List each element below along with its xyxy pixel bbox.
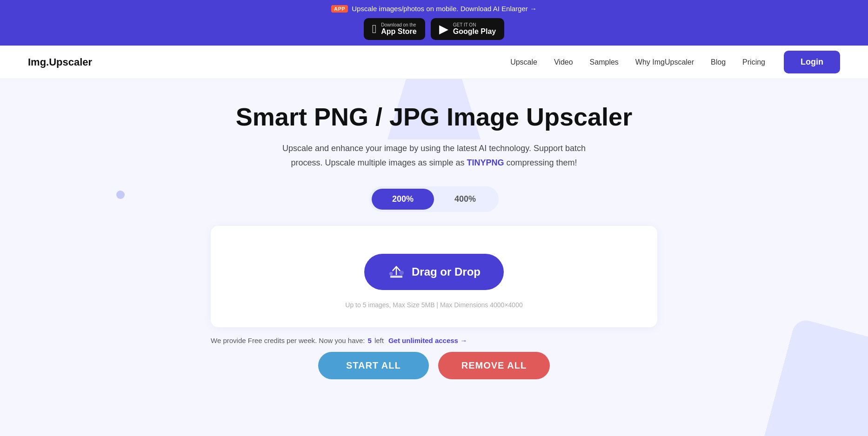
site-logo[interactable]: Img.Upscaler <box>28 56 92 68</box>
appstore-button[interactable]:  Download on the App Store <box>364 18 425 40</box>
svg-point-3 <box>400 271 404 275</box>
nav-pricing[interactable]: Pricing <box>742 58 765 66</box>
hero-section: Smart PNG / JPG Image Upscaler Upscale a… <box>0 79 868 393</box>
drag-drop-button[interactable]: Drag or Drop <box>364 254 504 290</box>
credits-count: 5 <box>368 337 372 344</box>
scale-400-button[interactable]: 400% <box>434 189 496 210</box>
drag-drop-label: Drag or Drop <box>412 265 481 278</box>
subtitle-text-2: compressing them! <box>504 158 577 167</box>
store-buttons:  Download on the App Store ▶ GET IT ON … <box>364 18 504 40</box>
upload-container: Drag or Drop Up to 5 images, Max Size 5M… <box>211 226 657 327</box>
googleplay-sub: GET IT ON <box>453 22 476 27</box>
googleplay-btn-inner: GET IT ON Google Play <box>453 22 496 36</box>
appstore-btn-inner: Download on the App Store <box>381 22 416 36</box>
credits-suffix: left <box>374 337 384 344</box>
remove-all-button[interactable]: REMOVE ALL <box>438 352 550 379</box>
googleplay-button[interactable]: ▶ GET IT ON Google Play <box>431 18 504 40</box>
banner-text: APP Upscale images/photos on mobile. Dow… <box>331 5 537 13</box>
hero-title: Smart PNG / JPG Image Upscaler <box>236 102 632 131</box>
unlimited-access-link[interactable]: Get unlimited access → <box>388 337 467 344</box>
banner-message: Upscale images/photos on mobile. Downloa… <box>352 5 537 13</box>
login-button[interactable]: Login <box>784 51 840 73</box>
upload-hint: Up to 5 images, Max Size 5MB | Max Dimen… <box>345 301 522 309</box>
svg-point-2 <box>389 272 393 276</box>
nav-video[interactable]: Video <box>554 58 573 66</box>
nav-upscale[interactable]: Upscale <box>510 58 537 66</box>
google-play-icon: ▶ <box>439 22 448 36</box>
upload-icon <box>387 263 405 281</box>
nav-samples[interactable]: Samples <box>590 58 619 66</box>
scale-200-button[interactable]: 200% <box>372 189 434 210</box>
hero-dot <box>116 191 125 199</box>
scale-toggle: 200% 400% <box>369 186 499 212</box>
tinypng-link[interactable]: TINYPNG <box>467 158 504 167</box>
nav-blog[interactable]: Blog <box>711 58 726 66</box>
top-banner: APP Upscale images/photos on mobile. Dow… <box>0 0 868 46</box>
credits-bar: We provide Free credits per week. Now yo… <box>211 337 657 344</box>
nav-why[interactable]: Why ImgUpscaler <box>635 58 694 66</box>
appstore-main: App Store <box>381 27 416 36</box>
hero-subtitle: Upscale and enhance your image by using … <box>276 141 592 170</box>
bottom-buttons: START ALL REMOVE ALL <box>318 352 550 379</box>
app-badge: APP <box>331 5 348 13</box>
appstore-sub: Download on the <box>381 22 416 27</box>
navbar: Img.Upscaler Upscale Video Samples Why I… <box>0 46 868 79</box>
credits-text: We provide Free credits per week. Now yo… <box>211 337 365 344</box>
start-all-button[interactable]: START ALL <box>318 352 429 379</box>
googleplay-main: Google Play <box>453 27 496 36</box>
apple-icon:  <box>372 22 377 36</box>
svg-rect-1 <box>390 277 403 278</box>
nav-links: Upscale Video Samples Why ImgUpscaler Bl… <box>510 58 765 66</box>
